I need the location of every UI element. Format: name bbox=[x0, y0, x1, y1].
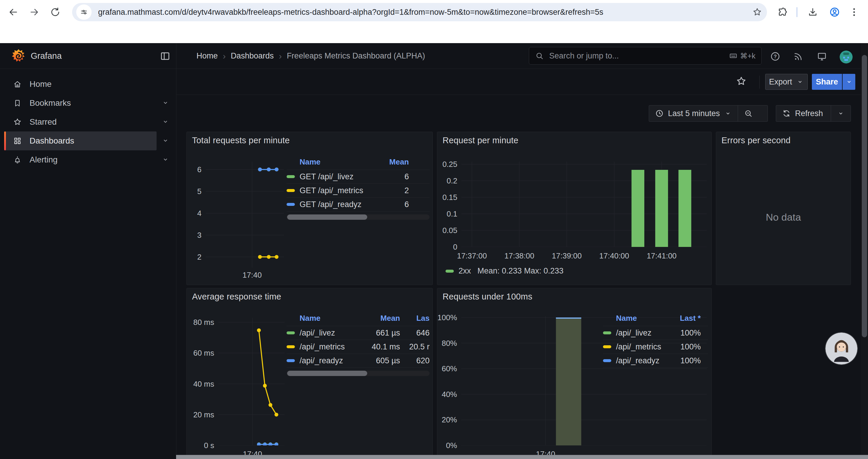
y-axis-tick: 0.2 bbox=[431, 176, 457, 186]
legend-row[interactable]: /api/_readyz100% bbox=[603, 354, 708, 368]
forward-icon[interactable] bbox=[29, 6, 40, 18]
zoom-out-button[interactable] bbox=[738, 105, 759, 121]
time-range-picker[interactable]: Last 5 minutes bbox=[649, 105, 738, 121]
menu-kebab-icon[interactable] bbox=[848, 6, 860, 18]
legend-row[interactable]: /api/_metrics40.1 ms20.5 r bbox=[286, 340, 430, 354]
legend-table: NameMeanLas/api/_livez661 µs646/api/_met… bbox=[286, 311, 430, 376]
series-color-swatch bbox=[603, 359, 611, 362]
series-color-swatch bbox=[286, 175, 295, 178]
legend-row[interactable]: GET /api/_livez6 bbox=[286, 170, 430, 184]
chevron-down-icon[interactable] bbox=[161, 155, 169, 164]
reload-icon[interactable] bbox=[50, 6, 61, 18]
site-settings-icon[interactable] bbox=[76, 4, 92, 20]
grafana-logo[interactable] bbox=[11, 49, 26, 64]
share-dropdown-button[interactable] bbox=[843, 74, 855, 90]
help-icon[interactable]: ? bbox=[770, 51, 780, 62]
favorite-star-icon[interactable] bbox=[736, 76, 747, 87]
y-axis-tick: 60 ms bbox=[186, 348, 214, 358]
legend-row[interactable]: /api/_readyz605 µs620 bbox=[286, 354, 430, 368]
chevron-down-icon[interactable] bbox=[161, 99, 169, 107]
series-color-swatch bbox=[603, 345, 611, 348]
legend-series-name: /api/_livez bbox=[603, 328, 662, 338]
bell-icon bbox=[13, 155, 22, 164]
extensions-icon[interactable] bbox=[777, 6, 788, 18]
profile-icon[interactable] bbox=[829, 6, 840, 18]
download-icon[interactable] bbox=[807, 6, 818, 18]
series-color-swatch bbox=[445, 270, 454, 273]
x-axis-tick: 17:39:00 bbox=[543, 251, 590, 261]
chevron-down-icon bbox=[161, 99, 169, 107]
legend-column-last[interactable]: Last * bbox=[662, 314, 701, 323]
series-color-swatch bbox=[286, 359, 295, 362]
x-axis-tick: 17:38:00 bbox=[496, 251, 543, 261]
share-button[interactable]: Share bbox=[812, 74, 842, 90]
chart-plot[interactable] bbox=[206, 162, 284, 268]
breadcrumb-item[interactable]: Freeleaps Metrics Dashboard (ALPHA) bbox=[287, 52, 425, 61]
sidebar-item-alerting[interactable]: Alerting bbox=[4, 150, 157, 169]
panel-requests-under-100ms: Requests under 100ms 100%80%60%40%20%0%1… bbox=[437, 288, 712, 459]
legend-row[interactable]: /api/_livez661 µs646 bbox=[286, 326, 430, 340]
legend-column-name[interactable]: Name bbox=[603, 314, 662, 323]
legend-row[interactable]: /api/_livez100% bbox=[603, 326, 708, 340]
sidebar-item-starred[interactable]: Starred bbox=[4, 112, 157, 131]
x-axis-tick: 17:40 bbox=[228, 270, 276, 280]
legend-table: NameMeanGET /api/_livez6GET /api/_metric… bbox=[286, 155, 430, 220]
refresh-interval-button[interactable] bbox=[831, 105, 850, 121]
legend-column-name[interactable]: Name bbox=[286, 314, 353, 323]
legend-column-name[interactable]: Name bbox=[286, 157, 376, 167]
legend-scrollbar-thumb[interactable] bbox=[287, 371, 367, 376]
sidebar-item-bookmarks[interactable]: Bookmarks bbox=[4, 94, 157, 112]
y-axis-tick: 60% bbox=[430, 364, 457, 373]
bookmark-star-icon[interactable] bbox=[752, 7, 762, 17]
legend-scrollbar[interactable] bbox=[286, 215, 430, 220]
refresh-button[interactable]: Refresh bbox=[776, 105, 831, 121]
breadcrumb-item[interactable]: Dashboards bbox=[231, 52, 274, 61]
apps-icon bbox=[13, 136, 22, 145]
legend-series-name: GET /api/_readyz bbox=[286, 200, 376, 209]
breadcrumb-separator: › bbox=[279, 51, 282, 61]
y-axis-tick: 3 bbox=[176, 230, 202, 240]
monitor-icon[interactable] bbox=[816, 51, 827, 62]
vertical-scrollbar-thumb[interactable] bbox=[862, 55, 867, 337]
sidebar-item-home[interactable]: Home bbox=[4, 75, 157, 94]
chart-plot[interactable] bbox=[462, 162, 707, 247]
sidebar-item-dashboards[interactable]: Dashboards bbox=[4, 131, 157, 150]
y-axis-tick: 0.15 bbox=[431, 193, 457, 202]
x-axis-tick: 17:40:00 bbox=[591, 251, 638, 261]
legend-row[interactable]: GET /api/_readyz6 bbox=[286, 198, 430, 211]
y-axis-tick: 2 bbox=[176, 252, 202, 262]
url-text[interactable]: grafana.mathmast.com/d/deytv4rwavabkb/fr… bbox=[98, 3, 742, 21]
legend-scrollbar-thumb[interactable] bbox=[287, 215, 367, 220]
chevron-down-icon[interactable] bbox=[161, 136, 169, 145]
series-color-swatch bbox=[286, 189, 295, 192]
legend-row[interactable]: GET /api/_metrics2 bbox=[286, 184, 430, 198]
breadcrumb-item[interactable]: Home bbox=[196, 52, 218, 61]
back-icon[interactable] bbox=[8, 6, 19, 18]
y-axis-tick: 20% bbox=[430, 415, 457, 424]
chart-plot[interactable] bbox=[218, 318, 284, 446]
legend-inline[interactable]: 2xxMean: 0.233 Max: 0.233 bbox=[445, 266, 563, 275]
search-box[interactable]: ⌘+k bbox=[529, 47, 762, 65]
search-input[interactable] bbox=[549, 51, 729, 61]
rss-icon[interactable] bbox=[793, 51, 804, 62]
chevron-down-icon[interactable] bbox=[161, 118, 169, 126]
user-avatar[interactable] bbox=[840, 51, 852, 64]
horizontal-scrollbar[interactable] bbox=[176, 455, 868, 459]
legend-column-mean[interactable]: Mean bbox=[353, 314, 400, 323]
x-axis-tick: 17:37:00 bbox=[448, 251, 495, 261]
sidebar-toggle-icon[interactable] bbox=[159, 51, 171, 62]
y-axis-tick: 0.05 bbox=[431, 226, 457, 235]
floating-avatar[interactable] bbox=[826, 333, 857, 364]
chevron-down-icon bbox=[161, 118, 169, 126]
y-axis-tick: 80% bbox=[430, 338, 457, 348]
legend-row[interactable]: /api/_metrics100% bbox=[603, 340, 708, 354]
breadcrumb-separator: › bbox=[223, 51, 226, 61]
export-button[interactable]: Export bbox=[765, 74, 808, 90]
y-axis-tick: 5 bbox=[176, 187, 202, 196]
legend-column-mean[interactable]: Mean bbox=[376, 157, 409, 167]
legend-scrollbar[interactable] bbox=[286, 371, 430, 376]
search-shortcut: ⌘+k bbox=[729, 52, 755, 60]
legend-column-las[interactable]: Las bbox=[400, 314, 430, 323]
zoom-out-icon bbox=[744, 109, 753, 118]
url-bar[interactable]: grafana.mathmast.com/d/deytv4rwavabkb/fr… bbox=[72, 3, 767, 21]
